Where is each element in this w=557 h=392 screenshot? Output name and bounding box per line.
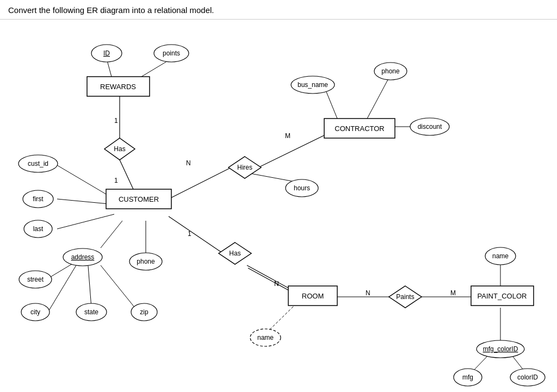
svg-line-21	[367, 78, 389, 119]
svg-text:Has: Has	[114, 145, 125, 153]
svg-text:REWARDS: REWARDS	[100, 83, 136, 91]
svg-text:N: N	[366, 289, 370, 297]
svg-text:M: M	[450, 289, 456, 297]
svg-text:ID: ID	[103, 49, 110, 57]
svg-line-3	[258, 134, 327, 167]
page-title: Convert the following ER diagram into a …	[0, 0, 557, 20]
svg-line-20	[326, 92, 337, 119]
svg-line-14	[101, 221, 122, 248]
svg-line-19	[101, 265, 135, 308]
svg-text:points: points	[163, 49, 180, 57]
er-diagram: REWARDS CUSTOMER CONTRACTOR ROOM PAINT_C…	[0, 20, 557, 389]
svg-line-6	[248, 268, 294, 293]
svg-line-5	[247, 265, 293, 290]
svg-text:CUSTOMER: CUSTOMER	[119, 195, 159, 203]
svg-text:mfg: mfg	[462, 374, 473, 381]
svg-text:Hires: Hires	[237, 164, 252, 171]
svg-text:M: M	[285, 132, 290, 140]
svg-text:ROOM: ROOM	[302, 292, 324, 300]
svg-text:bus_name: bus_name	[298, 81, 328, 89]
page: Convert the following ER diagram into a …	[0, 0, 557, 392]
svg-text:mfg_colorID: mfg_colorID	[483, 345, 518, 353]
svg-text:1: 1	[114, 177, 118, 184]
svg-line-1	[120, 160, 133, 189]
svg-text:last: last	[33, 225, 44, 233]
svg-text:street: street	[27, 276, 44, 283]
svg-line-24	[267, 306, 294, 333]
svg-text:N: N	[186, 159, 191, 167]
svg-text:discount: discount	[418, 123, 442, 130]
svg-text:name: name	[492, 252, 509, 260]
svg-line-2	[169, 167, 231, 199]
svg-text:first: first	[33, 195, 44, 203]
svg-text:phone: phone	[137, 258, 155, 265]
svg-text:CONTRACTOR: CONTRACTOR	[335, 125, 384, 133]
svg-text:hours: hours	[294, 184, 310, 192]
svg-line-17	[49, 265, 76, 310]
svg-text:city: city	[30, 308, 40, 316]
svg-text:address: address	[71, 253, 95, 261]
svg-text:N: N	[274, 280, 279, 288]
svg-text:colorID: colorID	[517, 374, 538, 381]
svg-line-13	[57, 214, 114, 229]
svg-text:state: state	[84, 308, 98, 316]
svg-text:name: name	[257, 334, 274, 341]
svg-text:1: 1	[188, 230, 191, 238]
svg-text:zip: zip	[140, 308, 148, 316]
svg-text:Paints: Paints	[396, 293, 414, 301]
svg-line-4	[169, 216, 223, 253]
svg-text:1: 1	[114, 117, 118, 125]
svg-text:cust_id: cust_id	[28, 160, 48, 167]
svg-line-11	[54, 164, 114, 199]
svg-text:phone: phone	[381, 67, 400, 75]
svg-text:PAINT_COLOR: PAINT_COLOR	[478, 292, 527, 300]
svg-line-18	[88, 266, 91, 308]
svg-text:Has: Has	[229, 250, 240, 257]
